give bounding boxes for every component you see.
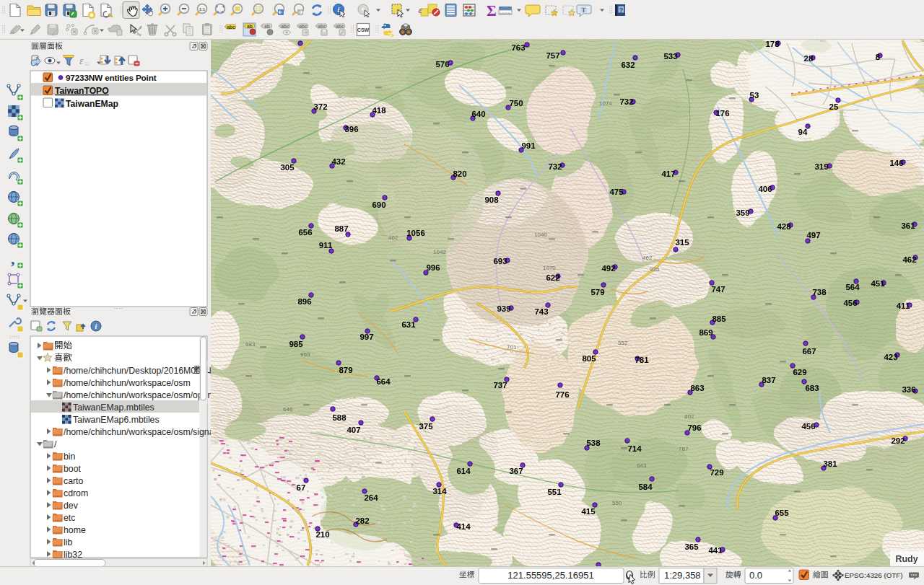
svg-text:1056: 1056 xyxy=(406,229,425,237)
svg-text:732: 732 xyxy=(548,162,562,171)
svg-text:i: i xyxy=(338,6,340,14)
svg-text:787: 787 xyxy=(679,446,689,452)
svg-text:456: 456 xyxy=(801,422,815,431)
svg-text:25: 25 xyxy=(829,102,839,111)
svg-text:cdrom: cdrom xyxy=(64,488,88,498)
svg-text:1:1: 1:1 xyxy=(199,7,205,12)
svg-text:407: 407 xyxy=(346,426,360,434)
svg-text:887: 887 xyxy=(334,224,348,233)
svg-text:406: 406 xyxy=(758,185,772,193)
svg-text:667: 667 xyxy=(802,347,816,356)
svg-text:629: 629 xyxy=(793,368,806,377)
svg-text:/home/chihchun/workspace/osm/o: /home/chihchun/workspace/osm/open xyxy=(64,390,211,400)
svg-text:738: 738 xyxy=(812,288,827,296)
svg-text:carto: carto xyxy=(64,476,83,486)
svg-text:bin: bin xyxy=(64,452,76,462)
svg-text:/home/chihchun/Desktop/2016M09: /home/chihchun/Desktop/2016M09 xyxy=(64,366,201,376)
svg-text:497: 497 xyxy=(806,231,820,239)
svg-text:67: 67 xyxy=(297,483,306,492)
svg-text:ε: ε xyxy=(79,56,84,66)
svg-text:631: 631 xyxy=(401,320,416,329)
svg-text:176: 176 xyxy=(715,109,729,118)
svg-text:690: 690 xyxy=(372,201,385,209)
svg-text:TaiwanEMap6.mbtiles: TaiwanEMap6.mbtiles xyxy=(73,415,160,425)
svg-text:781: 781 xyxy=(635,356,649,364)
svg-text:552: 552 xyxy=(618,340,628,346)
svg-text:802: 802 xyxy=(684,413,694,420)
svg-text:Rudy: Rudy xyxy=(895,554,918,564)
svg-text:lib: lib xyxy=(64,537,72,547)
svg-text:ab: ab xyxy=(247,24,253,29)
svg-text:796: 796 xyxy=(687,423,701,432)
svg-text:28: 28 xyxy=(804,54,814,63)
svg-text:885: 885 xyxy=(712,315,726,323)
svg-text:776: 776 xyxy=(555,390,569,399)
svg-text:372: 372 xyxy=(313,102,327,111)
svg-text:997: 997 xyxy=(359,333,373,341)
svg-text:820: 820 xyxy=(453,170,466,178)
svg-text:lib32: lib32 xyxy=(64,550,82,560)
svg-text:533: 533 xyxy=(663,52,677,61)
svg-text:805: 805 xyxy=(582,354,596,363)
svg-text:375: 375 xyxy=(419,422,433,431)
svg-text:579: 579 xyxy=(590,288,604,296)
svg-text:538: 538 xyxy=(586,439,601,447)
svg-text:423: 423 xyxy=(884,353,897,361)
svg-text:896: 896 xyxy=(297,297,311,306)
svg-text:683: 683 xyxy=(805,384,819,392)
svg-text:462: 462 xyxy=(902,255,916,264)
svg-text:264: 264 xyxy=(364,493,378,502)
svg-text:319: 319 xyxy=(814,162,828,171)
svg-text:732: 732 xyxy=(619,97,633,106)
svg-text:441: 441 xyxy=(708,546,723,555)
svg-text:551: 551 xyxy=(547,488,562,496)
svg-text:abc: abc xyxy=(318,24,326,29)
svg-text:381: 381 xyxy=(823,459,837,468)
svg-text:576: 576 xyxy=(435,60,449,69)
svg-text:178: 178 xyxy=(765,40,780,48)
svg-text:869: 869 xyxy=(699,328,712,337)
svg-text:936: 936 xyxy=(650,266,660,273)
svg-text:1040: 1040 xyxy=(534,232,547,238)
svg-text:737: 737 xyxy=(493,381,507,390)
svg-text:abc: abc xyxy=(281,24,289,29)
svg-text:315: 315 xyxy=(675,238,689,247)
svg-text:314: 314 xyxy=(432,487,447,496)
svg-text:336: 336 xyxy=(902,385,915,394)
svg-text:0.0: 0.0 xyxy=(749,570,762,581)
svg-text:879: 879 xyxy=(339,366,352,374)
svg-text:359: 359 xyxy=(736,208,749,217)
svg-text:TaiwanEMap.mbtiles: TaiwanEMap.mbtiles xyxy=(73,403,154,413)
svg-text:747: 747 xyxy=(711,285,725,294)
svg-text:1070: 1070 xyxy=(543,265,556,271)
svg-text:837: 837 xyxy=(762,376,775,384)
svg-text:282: 282 xyxy=(355,516,369,525)
svg-text:656: 656 xyxy=(298,228,312,237)
svg-text:1042: 1042 xyxy=(433,249,446,255)
svg-text:550: 550 xyxy=(612,500,622,506)
svg-text:432: 432 xyxy=(331,157,345,166)
svg-text:/home/chihchun/workspace/osm/s: /home/chihchun/workspace/osm/signa xyxy=(64,427,211,437)
svg-text:365: 365 xyxy=(684,542,699,551)
svg-text:dev: dev xyxy=(64,501,79,511)
svg-text:428: 428 xyxy=(777,222,791,231)
svg-text:462: 462 xyxy=(642,255,653,261)
svg-text:863: 863 xyxy=(690,384,704,392)
svg-text:EPSG:4326 (OTF): EPSG:4326 (OTF) xyxy=(845,571,903,579)
svg-text:411: 411 xyxy=(897,302,910,310)
svg-text:475: 475 xyxy=(609,188,624,196)
svg-text:959: 959 xyxy=(300,351,310,358)
svg-text:305: 305 xyxy=(280,163,295,172)
svg-text:983: 983 xyxy=(245,341,256,348)
svg-text:abc: abc xyxy=(227,25,235,30)
svg-text:210: 210 xyxy=(315,530,329,539)
svg-text:939: 939 xyxy=(497,304,510,313)
svg-text:abc: abc xyxy=(299,24,308,29)
svg-text:T: T xyxy=(582,6,586,14)
svg-text:614: 614 xyxy=(456,467,471,475)
svg-text:911: 911 xyxy=(319,241,333,250)
svg-text:ab: ab xyxy=(264,24,270,29)
svg-text:693: 693 xyxy=(493,257,507,265)
svg-text:/: / xyxy=(54,439,57,449)
svg-text:97233NW entities Point: 97233NW entities Point xyxy=(66,73,157,83)
